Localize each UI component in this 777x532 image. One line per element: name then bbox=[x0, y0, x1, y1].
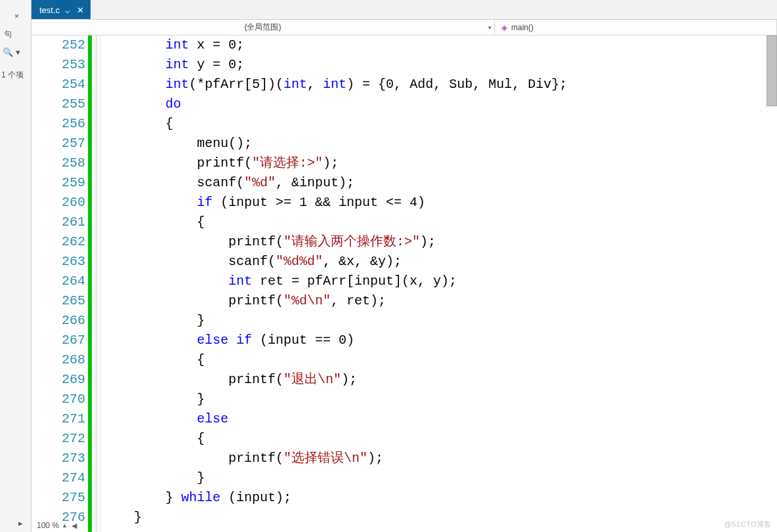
line-number: 269 bbox=[32, 370, 85, 390]
tab-label: test.c bbox=[39, 5, 60, 15]
code-line[interactable]: printf("退出\n"); bbox=[102, 370, 777, 390]
code-text[interactable]: int x = 0; int y = 0; int(*pfArr[5])(int… bbox=[101, 35, 777, 532]
line-number: 256 bbox=[32, 114, 85, 134]
line-number: 260 bbox=[32, 193, 85, 213]
tab-bar: test.c ⌵ ✕ bbox=[32, 0, 777, 20]
function-icon: ◈ bbox=[501, 23, 507, 32]
code-line[interactable]: int x = 0; bbox=[102, 35, 777, 55]
tab-test-c[interactable]: test.c ⌵ ✕ bbox=[32, 0, 91, 19]
outline-collapse-bar[interactable] bbox=[92, 35, 101, 532]
code-line[interactable]: { bbox=[102, 429, 777, 449]
expand-icon[interactable]: ▸ bbox=[18, 518, 23, 528]
code-line[interactable]: scanf("%d%d", &x, &y); bbox=[102, 252, 777, 272]
line-number: 258 bbox=[32, 153, 85, 173]
scope-function-label: main() bbox=[511, 23, 534, 32]
line-number: 273 bbox=[32, 449, 85, 468]
code-line[interactable]: menu(); bbox=[102, 134, 777, 153]
line-number: 275 bbox=[32, 488, 85, 508]
line-number: 264 bbox=[32, 272, 85, 291]
line-number: 266 bbox=[32, 311, 85, 331]
code-line[interactable]: int y = 0; bbox=[102, 55, 777, 75]
line-number: 268 bbox=[32, 350, 85, 370]
line-number: 257 bbox=[32, 134, 85, 153]
search-icon[interactable]: 🔍 ▾ bbox=[3, 47, 20, 57]
scope-global-label: (全局范围) bbox=[245, 22, 282, 33]
line-number: 263 bbox=[32, 252, 85, 272]
code-line[interactable]: { bbox=[102, 114, 777, 134]
code-line[interactable]: } bbox=[102, 508, 777, 527]
code-line[interactable]: printf("请选择:>"); bbox=[102, 153, 777, 173]
line-number: 270 bbox=[32, 390, 85, 409]
side-panel-fragment: × 句 🔍 ▾ 1 个项 ▸ bbox=[0, 0, 32, 532]
code-line[interactable]: printf("请输入两个操作数:>"); bbox=[102, 232, 777, 252]
line-number: 262 bbox=[32, 232, 85, 252]
status-bar: 100 % ▲ ◀ bbox=[32, 519, 77, 532]
code-line[interactable]: } bbox=[102, 468, 777, 488]
line-number: 252 bbox=[32, 35, 85, 55]
chevron-down-icon: ▾ bbox=[488, 24, 492, 31]
scope-dropdown-global[interactable]: (全局范围) ▾ bbox=[32, 20, 495, 35]
horizontal-scroll-left-icon[interactable]: ◀ bbox=[72, 522, 77, 530]
code-line[interactable]: scanf("%d", &input); bbox=[102, 173, 777, 193]
line-number: 274 bbox=[32, 468, 85, 488]
line-number: 272 bbox=[32, 429, 85, 449]
watermark: @51CTO博客 bbox=[724, 520, 772, 529]
zoom-up-icon[interactable]: ▲ bbox=[62, 522, 68, 529]
line-number: 271 bbox=[32, 409, 85, 429]
line-number: 255 bbox=[32, 94, 85, 114]
code-line[interactable]: } bbox=[102, 311, 777, 331]
code-line[interactable]: int ret = pfArr[input](x, y); bbox=[102, 272, 777, 291]
zoom-level[interactable]: 100 % bbox=[37, 521, 59, 530]
line-number: 259 bbox=[32, 173, 85, 193]
code-viewport[interactable]: 2522532542552562572582592602612622632642… bbox=[32, 35, 777, 532]
code-line[interactable]: { bbox=[102, 213, 777, 232]
code-line[interactable]: printf("选择错误\n"); bbox=[102, 449, 777, 468]
close-tab-icon[interactable]: ✕ bbox=[75, 5, 85, 16]
scope-bar: (全局范围) ▾ ◈ main() bbox=[32, 20, 777, 35]
line-number: 254 bbox=[32, 75, 85, 94]
close-icon[interactable]: × bbox=[14, 12, 19, 21]
project-count-fragment: 1 个项 bbox=[1, 70, 24, 81]
code-line[interactable]: if (input >= 1 && input <= 4) bbox=[102, 193, 777, 213]
code-line[interactable]: printf("%d\n", ret); bbox=[102, 291, 777, 311]
line-number: 267 bbox=[32, 331, 85, 350]
pin-icon[interactable]: ⌵ bbox=[65, 6, 70, 14]
line-number-gutter: 2522532542552562572582592602612622632642… bbox=[32, 35, 88, 532]
code-line[interactable]: } while (input); bbox=[102, 488, 777, 508]
code-line[interactable]: else bbox=[102, 409, 777, 429]
panel-label-fragment: 句 bbox=[4, 29, 12, 40]
editor-area: test.c ⌵ ✕ (全局范围) ▾ ◈ main() 25225325425… bbox=[32, 0, 777, 532]
code-line[interactable]: { bbox=[102, 350, 777, 370]
code-line[interactable]: } bbox=[102, 390, 777, 409]
code-line[interactable]: else if (input == 0) bbox=[102, 331, 777, 350]
line-number: 253 bbox=[32, 55, 85, 75]
line-number: 265 bbox=[32, 291, 85, 311]
scope-dropdown-function[interactable]: ◈ main() bbox=[495, 20, 777, 35]
code-line[interactable]: int(*pfArr[5])(int, int) = {0, Add, Sub,… bbox=[102, 75, 777, 94]
vertical-scrollbar[interactable] bbox=[766, 35, 777, 106]
code-line[interactable]: do bbox=[102, 94, 777, 114]
line-number: 261 bbox=[32, 213, 85, 232]
